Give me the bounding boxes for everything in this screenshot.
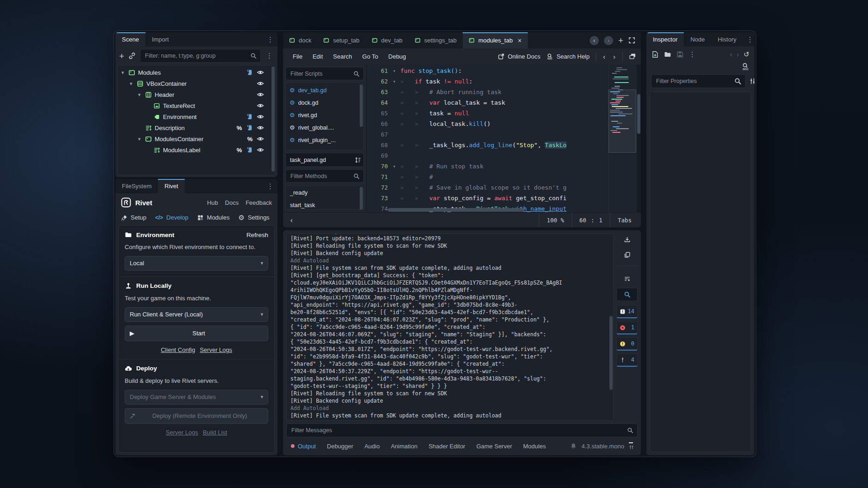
attached-script-icon[interactable]: [246, 147, 253, 153]
scene-tree-row[interactable]: TextureRect: [119, 100, 274, 111]
rivet-nav-item[interactable]: Setup: [121, 214, 146, 221]
bottom-panel-tab[interactable]: Debugger: [327, 443, 353, 450]
search-help-button[interactable]: DOC Search Help: [546, 53, 590, 60]
menu-item[interactable]: Edit: [307, 51, 328, 62]
method-list-scrollbar[interactable]: [360, 187, 363, 210]
tree-caret-icon[interactable]: ▾: [130, 81, 136, 87]
expand-tabs-icon[interactable]: [628, 37, 635, 44]
fold-arrow-icon[interactable]: ▾: [393, 68, 400, 73]
code-line[interactable]: 66 » » local_task.kill(): [367, 119, 605, 129]
filter-properties-input[interactable]: [655, 77, 731, 85]
code-line[interactable]: 61 ▾ func stop_task():: [367, 65, 605, 76]
visibility-eye-icon[interactable]: [257, 102, 264, 109]
filter-methods-input[interactable]: [289, 173, 350, 180]
scene-file-tab[interactable]: setup_tab: [317, 32, 365, 48]
menu-item[interactable]: Debug: [383, 51, 411, 62]
menu-item[interactable]: Search: [328, 51, 357, 62]
rivet-header-link[interactable]: Feedback: [246, 199, 272, 206]
filter-properties-field[interactable]: [651, 74, 746, 88]
scene-filter-field[interactable]: [140, 49, 261, 63]
attached-script-icon[interactable]: [246, 113, 253, 120]
code-line[interactable]: 62 ▾ » if task != null:: [367, 76, 605, 87]
environment-select[interactable]: Local ▾: [125, 256, 268, 271]
online-docs-button[interactable]: Online Docs: [498, 53, 541, 60]
bottom-panel-tab[interactable]: Game Server: [476, 443, 512, 450]
inspector-tabs-menu-icon[interactable]: ⋮: [743, 36, 754, 44]
script-list-item[interactable]: ⚙ rivet_global....: [286, 121, 363, 134]
deploy-button[interactable]: Deploy (Remote Environment Only): [125, 408, 268, 424]
scene-dock-tab[interactable]: Scene: [115, 32, 145, 47]
code-line[interactable]: 65 » » task = null: [367, 108, 605, 119]
minimap-viewport[interactable]: [609, 89, 636, 152]
script-list-item[interactable]: ⚙ dev_tab.gd: [286, 84, 363, 96]
make-floating-icon[interactable]: [629, 53, 636, 60]
deploy-mode-select[interactable]: Deploy Game Server & Modules ▾: [125, 390, 268, 405]
fold-arrow-icon[interactable]: ▾: [393, 79, 400, 84]
add-node-icon[interactable]: +: [119, 52, 124, 60]
bottom-panel-tab[interactable]: Animation: [391, 443, 417, 450]
zoom-level[interactable]: 100 %: [539, 213, 572, 227]
message-counter-toggle[interactable]: 4: [616, 353, 638, 367]
bottom-panel-tab[interactable]: Shader Editor: [428, 443, 465, 450]
code-editor[interactable]: 61 ▾ func stop_task(): 62 ▾ » if task !=…: [367, 65, 641, 212]
message-counter-toggle[interactable]: 14: [616, 305, 638, 318]
bell-icon[interactable]: [570, 443, 577, 449]
scene-tree-row[interactable]: ▾ Modules: [119, 67, 274, 78]
show-search-button[interactable]: [616, 288, 638, 301]
new-resource-icon[interactable]: [651, 51, 659, 58]
inspector-dock-tab[interactable]: Inspector: [646, 32, 684, 47]
scene-file-tab[interactable]: settings_tab: [409, 32, 463, 48]
method-list-item[interactable]: _ready: [286, 186, 363, 199]
unique-name-badge[interactable]: %: [247, 136, 253, 143]
visibility-eye-icon[interactable]: [257, 69, 264, 76]
code-line[interactable]: 73 » » var stop_config = await get_stop_…: [367, 193, 605, 203]
message-counter-toggle[interactable]: 0: [616, 337, 638, 351]
resource-extra-menu-icon[interactable]: ⋮: [689, 50, 696, 59]
filter-scripts-field[interactable]: [285, 67, 364, 80]
code-line[interactable]: 71 » » #: [367, 172, 605, 182]
code-horizontal-scrollbar[interactable]: [388, 208, 604, 212]
dock-tab[interactable]: FileSystem: [115, 179, 158, 193]
bottom-panel-tab[interactable]: Output: [291, 443, 316, 450]
copy-log-button[interactable]: [616, 249, 638, 261]
previous-scene-tab-icon[interactable]: ‹: [590, 36, 599, 45]
inspector-dock-tab[interactable]: Node: [684, 32, 711, 47]
menu-item[interactable]: Go To: [357, 51, 383, 62]
edit-next-object-icon[interactable]: ›: [737, 51, 739, 58]
edit-previous-object-icon[interactable]: ‹: [730, 51, 732, 58]
inspector-dock-tab[interactable]: History: [711, 32, 743, 47]
code-line[interactable]: 68 » » _task_logs.add_log_line("Stop", T…: [367, 140, 605, 150]
fold-arrow-icon[interactable]: ▾: [393, 164, 400, 169]
visibility-eye-icon[interactable]: [257, 113, 264, 120]
rivet-nav-item[interactable]: </> Develop: [155, 214, 188, 221]
code-minimap[interactable]: [608, 65, 636, 212]
property-options-icon[interactable]: [749, 77, 754, 85]
code-vertical-scrollbar[interactable]: [637, 65, 641, 212]
scene-file-tab[interactable]: dock: [283, 32, 317, 48]
dock-tabs-menu-icon[interactable]: ⋮: [263, 182, 277, 190]
script-list-item[interactable]: ⚙ rivet.gd: [286, 109, 363, 121]
scene-tree-row[interactable]: Description %: [119, 122, 274, 133]
tree-caret-icon[interactable]: ▾: [138, 92, 145, 98]
visibility-eye-icon[interactable]: [257, 124, 264, 131]
bottom-panel-tab[interactable]: Audio: [364, 443, 380, 450]
scene-tree-row[interactable]: ModulesLabel %: [119, 144, 274, 155]
filter-methods-field[interactable]: [285, 169, 364, 183]
current-script-row[interactable]: task_panel.gd: [285, 153, 364, 167]
open-docs-icon[interactable]: DOC: [741, 62, 749, 71]
scene-tree-row[interactable]: ▾ ModulesContainer %: [119, 133, 274, 144]
unique-name-badge[interactable]: %: [236, 147, 242, 154]
scene-dock-tab[interactable]: Import: [145, 32, 175, 47]
start-button[interactable]: ▶ Start: [125, 326, 268, 341]
bottom-panel-tab[interactable]: Modules: [523, 443, 546, 450]
deploy-link[interactable]: Build List: [203, 429, 227, 436]
menu-item[interactable]: File: [288, 51, 307, 62]
script-list-item[interactable]: ⚙ dock.gd: [286, 96, 363, 109]
scroll-left-icon[interactable]: ‹: [289, 216, 294, 225]
code-line[interactable]: 69: [367, 150, 605, 161]
attached-script-icon[interactable]: [246, 69, 253, 76]
history-back-icon[interactable]: ‹: [602, 53, 606, 60]
tree-caret-icon[interactable]: ▾: [138, 136, 145, 142]
tree-caret-icon[interactable]: ▾: [121, 70, 128, 76]
scene-filter-input[interactable]: [144, 52, 247, 60]
